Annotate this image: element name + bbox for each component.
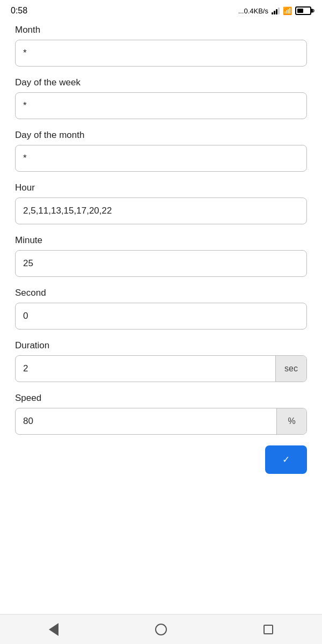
recents-icon bbox=[264, 625, 273, 634]
nav-recents-button[interactable] bbox=[252, 614, 284, 645]
input-wrapper-minute bbox=[15, 250, 307, 277]
input-second[interactable] bbox=[16, 303, 306, 329]
label-hour: Hour bbox=[15, 182, 307, 193]
home-icon bbox=[155, 624, 167, 635]
status-time: 0:58 bbox=[11, 6, 27, 16]
label-month: Month bbox=[15, 25, 307, 35]
nav-home-button[interactable] bbox=[145, 614, 177, 645]
form-group-day-of-week: Day of the week bbox=[15, 77, 307, 119]
label-day-of-month: Day of the month bbox=[15, 130, 307, 141]
label-speed: Speed bbox=[15, 393, 307, 404]
suffix-speed: % bbox=[276, 408, 306, 434]
label-minute: Minute bbox=[15, 235, 307, 246]
status-bar: 0:58 ...0.4KB/s 📶 9 bbox=[0, 0, 322, 19]
input-month[interactable] bbox=[16, 40, 306, 66]
label-second: Second bbox=[15, 288, 307, 298]
input-wrapper-duration: sec bbox=[15, 355, 307, 382]
input-duration[interactable] bbox=[16, 356, 275, 382]
form-group-hour: Hour bbox=[15, 182, 307, 224]
back-icon bbox=[49, 623, 58, 636]
network-speed: ...0.4KB/s bbox=[238, 7, 268, 15]
input-day-of-week[interactable] bbox=[16, 93, 306, 119]
input-wrapper-speed: % bbox=[15, 408, 307, 435]
input-wrapper-day-of-month bbox=[15, 145, 307, 172]
form-group-minute: Minute bbox=[15, 235, 307, 277]
form-container: Month Day of the week Day of the month H… bbox=[0, 19, 322, 614]
form-group-duration: Duration sec bbox=[15, 340, 307, 382]
label-duration: Duration bbox=[15, 340, 307, 351]
save-button[interactable]: ✓ bbox=[265, 445, 307, 474]
suffix-duration: sec bbox=[275, 356, 306, 382]
label-day-of-week: Day of the week bbox=[15, 77, 307, 88]
bottom-nav bbox=[0, 614, 322, 644]
battery-icon: 9 bbox=[295, 6, 311, 15]
input-hour[interactable] bbox=[16, 198, 306, 224]
input-wrapper-day-of-week bbox=[15, 92, 307, 119]
button-area: ✓ bbox=[15, 445, 307, 474]
signal-icon bbox=[272, 7, 280, 14]
wifi-icon: 📶 bbox=[283, 6, 292, 15]
form-group-month: Month bbox=[15, 25, 307, 67]
input-day-of-month[interactable] bbox=[16, 145, 306, 171]
form-group-speed: Speed % bbox=[15, 393, 307, 435]
form-group-second: Second bbox=[15, 288, 307, 330]
form-group-day-of-month: Day of the month bbox=[15, 130, 307, 172]
input-wrapper-second bbox=[15, 303, 307, 330]
input-minute[interactable] bbox=[16, 251, 306, 276]
nav-back-button[interactable] bbox=[38, 614, 70, 645]
status-icons: ...0.4KB/s 📶 9 bbox=[238, 6, 311, 15]
input-wrapper-hour bbox=[15, 197, 307, 224]
input-speed[interactable] bbox=[16, 408, 276, 434]
input-wrapper-month bbox=[15, 40, 307, 67]
